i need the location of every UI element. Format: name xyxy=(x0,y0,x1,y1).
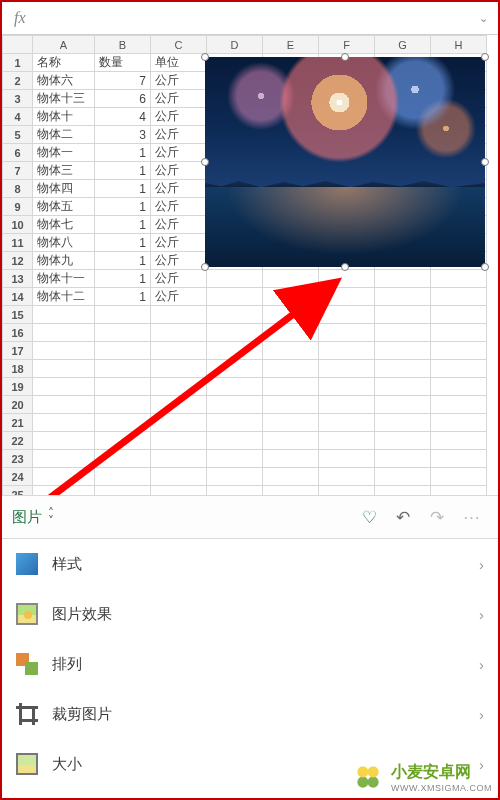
col-header[interactable]: F xyxy=(319,36,375,54)
formula-expand-icon[interactable]: ⌄ xyxy=(474,12,492,25)
cell[interactable] xyxy=(95,414,151,432)
resize-handle-bl[interactable] xyxy=(201,263,209,271)
cell[interactable] xyxy=(95,306,151,324)
cell[interactable]: 物体七 xyxy=(33,216,95,234)
cell[interactable] xyxy=(375,486,431,496)
cell[interactable]: 物体八 xyxy=(33,234,95,252)
table-row[interactable]: 25 xyxy=(3,486,487,496)
row-header[interactable]: 17 xyxy=(3,342,33,360)
row-header[interactable]: 14 xyxy=(3,288,33,306)
cell[interactable] xyxy=(207,306,263,324)
cell[interactable]: 公斤 xyxy=(151,216,207,234)
menu-item-crop[interactable]: 裁剪图片 › xyxy=(2,689,498,739)
cell[interactable] xyxy=(95,450,151,468)
cell[interactable]: 1 xyxy=(95,198,151,216)
cell[interactable] xyxy=(263,396,319,414)
menu-item-style[interactable]: 样式 › xyxy=(2,539,498,589)
cell[interactable] xyxy=(431,270,487,288)
cell[interactable] xyxy=(319,378,375,396)
cell[interactable]: 物体二 xyxy=(33,126,95,144)
cell[interactable]: 公斤 xyxy=(151,108,207,126)
row-header[interactable]: 5 xyxy=(3,126,33,144)
col-header[interactable]: A xyxy=(33,36,95,54)
cell[interactable] xyxy=(431,468,487,486)
cell[interactable] xyxy=(431,288,487,306)
cell[interactable] xyxy=(375,324,431,342)
cell[interactable] xyxy=(151,360,207,378)
cell[interactable] xyxy=(151,324,207,342)
row-header[interactable]: 19 xyxy=(3,378,33,396)
cell[interactable] xyxy=(33,468,95,486)
cell[interactable] xyxy=(319,468,375,486)
cell[interactable] xyxy=(33,306,95,324)
cell[interactable] xyxy=(95,324,151,342)
cell[interactable]: 公斤 xyxy=(151,234,207,252)
cell[interactable] xyxy=(263,360,319,378)
cell[interactable] xyxy=(151,342,207,360)
row-header[interactable]: 1 xyxy=(3,54,33,72)
row-header[interactable]: 21 xyxy=(3,414,33,432)
row-header[interactable]: 25 xyxy=(3,486,33,496)
cell[interactable] xyxy=(263,306,319,324)
cell[interactable]: 公斤 xyxy=(151,270,207,288)
cell[interactable]: 物体三 xyxy=(33,162,95,180)
cell[interactable] xyxy=(33,324,95,342)
cell[interactable]: 公斤 xyxy=(151,180,207,198)
cell[interactable]: 1 xyxy=(95,162,151,180)
cell[interactable] xyxy=(319,270,375,288)
cell[interactable]: 公斤 xyxy=(151,162,207,180)
cell[interactable]: 7 xyxy=(95,72,151,90)
cell[interactable] xyxy=(375,414,431,432)
cell[interactable] xyxy=(431,360,487,378)
cell[interactable]: 1 xyxy=(95,252,151,270)
cell[interactable] xyxy=(33,450,95,468)
cell[interactable] xyxy=(95,378,151,396)
cell[interactable] xyxy=(375,288,431,306)
cell[interactable]: 1 xyxy=(95,180,151,198)
cell[interactable] xyxy=(207,450,263,468)
cell[interactable] xyxy=(431,306,487,324)
cell[interactable] xyxy=(319,450,375,468)
cell[interactable] xyxy=(431,378,487,396)
cell[interactable] xyxy=(375,432,431,450)
row-header[interactable]: 9 xyxy=(3,198,33,216)
cell[interactable] xyxy=(431,342,487,360)
cell[interactable] xyxy=(431,450,487,468)
col-header[interactable]: C xyxy=(151,36,207,54)
cell[interactable] xyxy=(151,306,207,324)
cell[interactable]: 单位 xyxy=(151,54,207,72)
cell[interactable] xyxy=(431,414,487,432)
cell[interactable] xyxy=(33,414,95,432)
cell[interactable]: 公斤 xyxy=(151,90,207,108)
cell[interactable]: 物体六 xyxy=(33,72,95,90)
row-header[interactable]: 18 xyxy=(3,360,33,378)
row-header[interactable]: 12 xyxy=(3,252,33,270)
row-header[interactable]: 15 xyxy=(3,306,33,324)
cell[interactable] xyxy=(375,378,431,396)
embedded-picture[interactable] xyxy=(205,57,485,267)
cell[interactable] xyxy=(207,288,263,306)
cell[interactable] xyxy=(151,432,207,450)
cell[interactable]: 物体五 xyxy=(33,198,95,216)
cell[interactable]: 1 xyxy=(95,234,151,252)
resize-handle-l[interactable] xyxy=(201,158,209,166)
cell[interactable] xyxy=(319,342,375,360)
cell[interactable] xyxy=(207,342,263,360)
col-header[interactable]: B xyxy=(95,36,151,54)
cell[interactable]: 1 xyxy=(95,270,151,288)
cell[interactable]: 1 xyxy=(95,144,151,162)
cell[interactable] xyxy=(151,396,207,414)
cell[interactable]: 1 xyxy=(95,288,151,306)
cell[interactable] xyxy=(263,270,319,288)
menu-item-effect[interactable]: 图片效果 › xyxy=(2,589,498,639)
resize-handle-r[interactable] xyxy=(481,158,489,166)
ribbon-expand-icon[interactable]: ˄˅ xyxy=(48,509,54,525)
cell[interactable] xyxy=(33,432,95,450)
cell[interactable] xyxy=(95,432,151,450)
cell[interactable]: 公斤 xyxy=(151,72,207,90)
cell[interactable]: 物体十 xyxy=(33,108,95,126)
cell[interactable] xyxy=(375,396,431,414)
cell[interactable] xyxy=(207,468,263,486)
table-row[interactable]: 22 xyxy=(3,432,487,450)
table-row[interactable]: 18 xyxy=(3,360,487,378)
